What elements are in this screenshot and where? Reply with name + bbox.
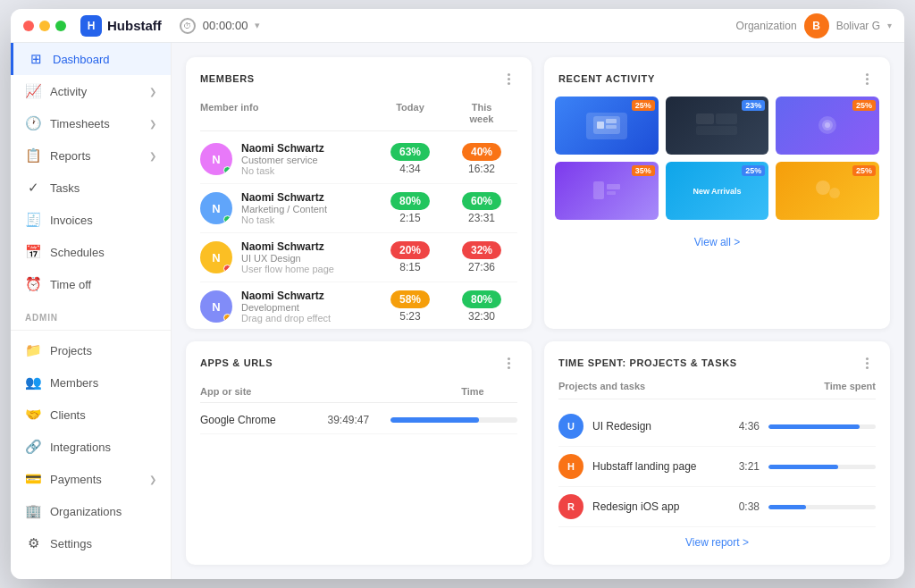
sidebar-item-timeoff[interactable]: ⏰ Time off — [11, 268, 171, 300]
today-col: 58% 5:23 — [374, 290, 446, 323]
logo-icon: H — [80, 15, 102, 37]
member-info: N Naomi Schwartz Customer service No tas… — [200, 142, 374, 176]
member-name: Naomi Schwartz — [241, 191, 327, 204]
svg-rect-7 — [696, 126, 737, 135]
sidebar-item-clients[interactable]: 🤝 Clients — [11, 399, 171, 431]
member-row: N Naomi Schwartz Development Drag and dr… — [200, 282, 517, 329]
col-time: Time — [428, 386, 517, 397]
week-time: 27:36 — [446, 261, 517, 273]
svg-rect-6 — [716, 113, 737, 124]
clients-icon: 🤝 — [25, 407, 41, 423]
sidebar-item-settings[interactable]: ⚙ Settings — [11, 527, 171, 559]
time-spent-section: Projects and tasks Time spent U UI Redes… — [544, 381, 890, 565]
ts-project-time: 0:38 — [728, 500, 760, 513]
sidebar-divider — [11, 330, 171, 331]
timer-arrow: ▾ — [255, 20, 260, 31]
timer-area[interactable]: ⏱ 00:00:00 ▾ — [180, 18, 261, 34]
ts-col-time: Time spent — [824, 381, 876, 391]
member-task: No task — [241, 165, 324, 176]
member-row: N Naomi Schwartz Marketing / Content No … — [200, 184, 517, 233]
week-time: 23:31 — [446, 212, 517, 224]
sidebar-item-members[interactable]: 👥 Members — [11, 366, 171, 399]
activity-thumb-5[interactable]: New Arrivals 25% — [666, 162, 769, 220]
activity-grid: 25% 23% — [544, 97, 890, 231]
status-dot — [223, 215, 231, 223]
today-badge: 58% — [390, 290, 430, 308]
sidebar-item-invoices[interactable]: 🧾 Invoices — [11, 204, 171, 236]
member-task: Drag and drop effect — [241, 313, 331, 323]
sidebar-item-schedules[interactable]: 📅 Schedules — [11, 236, 171, 268]
apps-urls-card: APPS & URLS App or site Time Google Chro… — [186, 341, 532, 565]
member-avatar: N — [200, 290, 232, 323]
status-dot — [223, 314, 231, 322]
apps-card-header: APPS & URLS — [186, 341, 532, 381]
apps-menu-button[interactable] — [499, 354, 517, 372]
timer-display: 00:00:00 — [203, 19, 248, 32]
sidebar-label-invoices: Invoices — [50, 214, 93, 227]
organizations-icon: 🏢 — [25, 503, 41, 519]
sidebar-item-reports[interactable]: 📋 Reports ❯ — [11, 139, 171, 172]
members-menu-button[interactable] — [499, 70, 517, 88]
week-col: 32% 27:36 — [446, 241, 517, 273]
app-logo: H Hubstaff — [80, 15, 162, 37]
sidebar-item-dashboard[interactable]: ⊞ Dashboard — [11, 43, 171, 75]
sidebar-label-clients: Clients — [50, 408, 86, 422]
sidebar-item-tasks[interactable]: ✓ Tasks — [11, 172, 171, 204]
sidebar-item-integrations[interactable]: 🔗 Integrations — [11, 431, 171, 463]
member-avatar: N — [200, 192, 232, 224]
time-spent-menu-button[interactable] — [858, 354, 876, 372]
svg-point-14 — [816, 181, 830, 195]
activity-thumb-6[interactable]: 25% — [776, 162, 879, 220]
sidebar-label-tasks: Tasks — [50, 181, 80, 195]
integrations-icon: 🔗 — [25, 439, 41, 455]
sidebar-item-projects[interactable]: 📁 Projects — [11, 334, 171, 366]
activity-thumb-4[interactable]: 35% — [555, 162, 659, 220]
timeoff-icon: ⏰ — [25, 276, 41, 292]
sidebar-item-activity[interactable]: 📈 Activity ❯ — [11, 75, 171, 107]
activity-card-header: RECENT ACTIVITY — [544, 57, 890, 97]
member-details: Naomi Schwartz Customer service No task — [241, 142, 324, 176]
svg-rect-12 — [607, 184, 620, 189]
activity-thumb-1[interactable]: 25% — [555, 97, 659, 155]
activity-thumb-2[interactable]: 23% — [666, 97, 769, 155]
app-body: ⊞ Dashboard 📈 Activity ❯ 🕐 Timesheets ❯ … — [11, 43, 904, 579]
col-app-site: App or site — [200, 386, 428, 397]
close-button[interactable] — [23, 21, 34, 31]
sidebar-label-dashboard: Dashboard — [53, 53, 110, 66]
activity-menu-button[interactable] — [858, 70, 876, 88]
time-spent-card-title: TIME SPENT: PROJECTS & TASKS — [558, 357, 858, 368]
sidebar-label-integrations: Integrations — [50, 441, 111, 454]
maximize-button[interactable] — [55, 21, 66, 31]
minimize-button[interactable] — [39, 21, 50, 31]
org-area: Organization B Bolivar G ▾ — [736, 13, 892, 38]
schedules-icon: 📅 — [25, 244, 41, 260]
sidebar-item-timesheets[interactable]: 🕐 Timesheets ❯ — [11, 107, 171, 139]
ts-project-time: 3:21 — [728, 460, 760, 473]
ts-row: U UI Redesign 4:36 — [558, 407, 876, 447]
svg-point-15 — [829, 188, 840, 198]
app-name: Google Chrome — [200, 414, 328, 426]
member-avatar: N — [200, 241, 232, 273]
ts-project-name: UI Redesign — [592, 420, 719, 433]
today-time: 2:15 — [374, 212, 446, 224]
sidebar-item-payments[interactable]: 💳 Payments ❯ — [11, 463, 171, 495]
sidebar-item-organizations[interactable]: 🏢 Organizations — [11, 495, 171, 527]
payments-icon: 💳 — [25, 471, 41, 487]
today-time: 8:15 — [374, 261, 446, 273]
view-all-link[interactable]: View all > — [544, 231, 890, 257]
reports-icon: 📋 — [25, 147, 41, 164]
sidebar-label-reports: Reports — [50, 149, 91, 163]
ts-progress-bar — [768, 424, 876, 429]
thumb-badge-6: 25% — [852, 165, 876, 176]
sidebar-label-payments: Payments — [50, 473, 102, 486]
ts-project-time: 4:36 — [728, 420, 760, 433]
avatar: B — [804, 13, 829, 38]
thumb-badge-3: 25% — [852, 100, 876, 111]
activity-thumb-3[interactable]: 25% — [776, 97, 879, 155]
view-report-link[interactable]: View report > — [558, 527, 876, 552]
thumb-badge-1: 25% — [632, 100, 655, 111]
sidebar-label-organizations: Organizations — [50, 505, 122, 518]
apps-table-header: App or site Time — [200, 381, 517, 403]
timer-icon: ⏱ — [180, 18, 196, 34]
settings-icon: ⚙ — [25, 535, 41, 551]
